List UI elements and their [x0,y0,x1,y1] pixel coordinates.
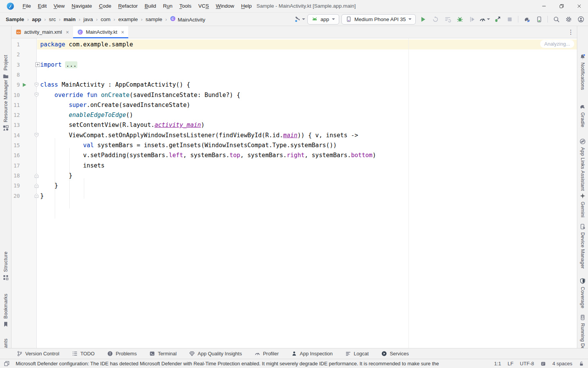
code-editor[interactable]: 1package com.example.sample23import ...8… [11,38,577,348]
sidebar-item-gradle[interactable]: Gradle [577,104,588,127]
breadcrumb-item-src[interactable]: src [49,16,56,23]
menu-item-run[interactable]: Run [160,0,176,12]
menu-item-build[interactable]: Build [141,0,160,12]
code-line-9[interactable]: class MainActivity : AppCompatActivity()… [40,80,190,90]
menu-item-navigate[interactable]: Navigate [68,0,95,12]
running-devices-icon [580,314,586,320]
profile-app-button[interactable] [492,14,502,24]
run-line-icon[interactable] [22,80,27,90]
analyzing-widget[interactable]: Analyzing... [540,40,574,48]
menu-item-help[interactable]: Help [238,0,255,12]
menu-item-code[interactable]: Code [95,0,114,12]
menu-item-view[interactable]: View [50,0,68,12]
fold-marker-icon[interactable] [34,90,39,100]
sidebar-item-bookmarks[interactable]: Bookmarks [0,294,11,327]
tool-window-layout-icon[interactable] [4,361,10,366]
status-message[interactable]: Microsoft Defender configuration: The ID… [16,361,439,366]
tab-mainactivity-kt[interactable]: CMainActivity.kt× [73,26,128,38]
code-line-15[interactable]: val systemBars = insets.getInsets(Window… [40,140,337,150]
settings-button[interactable] [564,14,573,24]
sidebar-item-device-manager[interactable]: Device Manager [577,223,588,269]
editor-tab-bar: ⋮ <>activity_main.xml×CMainActivity.kt× [11,26,577,38]
breadcrumb-item-com[interactable]: com [100,16,111,23]
device-manager-button[interactable] [534,14,544,24]
minimize-button[interactable] [535,0,553,12]
code-line-10[interactable]: override fun onCreate(savedInstanceState… [40,90,240,100]
breadcrumb-item-sample[interactable]: Sample [5,16,24,23]
menu-item-tools[interactable]: Tools [176,0,195,12]
code-line-13[interactable]: setContentView(R.layout.activity_main) [40,120,204,130]
account-button[interactable] [576,14,586,24]
sidebar-item-notifications[interactable]: Notifications [577,54,588,90]
lock-icon[interactable] [579,361,584,366]
tool-window-button-label: Problems [116,351,137,356]
fold-marker-icon[interactable] [35,60,40,70]
device-select[interactable]: Medium Phone API 35 [341,14,416,25]
tool-window-button-problems[interactable]: Problems [107,351,137,356]
tool-window-button-version-control[interactable]: Version Control [17,351,59,356]
tab-activity-main-xml[interactable]: <>activity_main.xml× [11,26,73,38]
breadcrumb-item-main[interactable]: main [63,16,76,23]
close-icon[interactable]: × [66,30,69,35]
sidebar-item-coverage[interactable]: Coverage [577,278,588,309]
tool-window-button-app-quality-insights[interactable]: App Quality Insights [189,351,242,356]
debug-button[interactable] [455,14,465,24]
sync-gradle-button[interactable] [522,14,532,24]
breadcrumb-item-sample[interactable]: sample [145,16,163,23]
apply-changes-button[interactable] [430,14,440,24]
sidebar-item-app-links-assistant[interactable]: App Links Assistant [577,138,588,191]
apply-code-changes-button[interactable] [443,14,452,24]
code-line-18[interactable]: } [40,171,72,181]
sidebar-item-resource-manager[interactable]: Resource Manager [0,80,11,131]
code-line-19[interactable]: } [40,181,58,191]
close-button[interactable] [570,0,588,12]
menu-item-window[interactable]: Window [212,0,238,12]
breadcrumb-item-mainactivity[interactable]: CMainActivity [170,15,206,23]
stop-button[interactable] [505,14,514,24]
close-icon[interactable]: × [121,30,124,35]
line-ending-widget[interactable]: LF [508,361,513,366]
profiler-button[interactable] [479,14,490,24]
menu-item-file[interactable]: File [19,0,34,12]
fold-marker-icon[interactable] [34,80,39,90]
menu-item-edit[interactable]: Edit [34,0,50,12]
build-button[interactable] [294,14,305,24]
caret-position-widget[interactable]: 1:1 [494,361,501,366]
tool-window-button-todo[interactable]: TODO [72,351,95,356]
breadcrumb-item-java[interactable]: java [83,16,93,23]
search-everywhere-button[interactable] [551,14,561,24]
attach-debugger-button[interactable] [467,14,477,24]
chevron-down-icon [487,18,490,20]
code-line-3[interactable]: import ... [40,60,77,70]
code-line-17[interactable]: insets [40,161,105,171]
menu-item-vcs[interactable]: VCS [195,0,212,12]
fold-marker-icon[interactable] [34,130,39,140]
run-configuration-select[interactable]: app [307,14,339,25]
code-line-14[interactable]: ViewCompat.setOnApplyWindowInsetsListene… [40,130,358,140]
tab-options-menu[interactable]: ⋮ [568,28,574,36]
tool-window-button-logcat[interactable]: Logcat [345,351,369,356]
fold-marker-icon[interactable] [34,181,39,191]
breadcrumb-item-example[interactable]: example [118,16,138,23]
tool-window-button-app-inspection[interactable]: App Inspection [291,351,333,356]
menu-item-refactor[interactable]: Refactor [115,0,141,12]
fold-marker-icon[interactable] [34,171,39,181]
breadcrumb-item-app[interactable]: app [31,16,41,23]
code-line-20[interactable]: } [40,191,44,201]
code-line-1[interactable]: package com.example.sample [40,39,133,49]
tool-window-button-services[interactable]: Services [381,351,409,356]
code-line-11[interactable]: super.onCreate(savedInstanceState) [40,100,190,110]
indent-widget[interactable]: 4 spaces [552,361,572,366]
encoding-widget[interactable]: UTF-8 [520,361,534,366]
tool-window-button-terminal[interactable]: Terminal [149,351,176,356]
tool-window-button-label: Version Control [25,351,59,356]
tool-window-button-profiler[interactable]: Profiler [255,351,279,356]
run-button[interactable] [418,14,428,24]
sidebar-item-gemini[interactable]: Gemini [577,193,588,217]
sidebar-item-project[interactable]: Project [0,55,11,79]
code-line-12[interactable]: enableEdgeToEdge() [40,110,133,120]
sidebar-item-structure[interactable]: Structure [0,251,11,281]
fold-marker-icon[interactable] [34,191,39,201]
restore-button[interactable] [553,0,570,12]
code-line-16[interactable]: v.setPadding(systemBars.left, systemBars… [40,150,376,160]
